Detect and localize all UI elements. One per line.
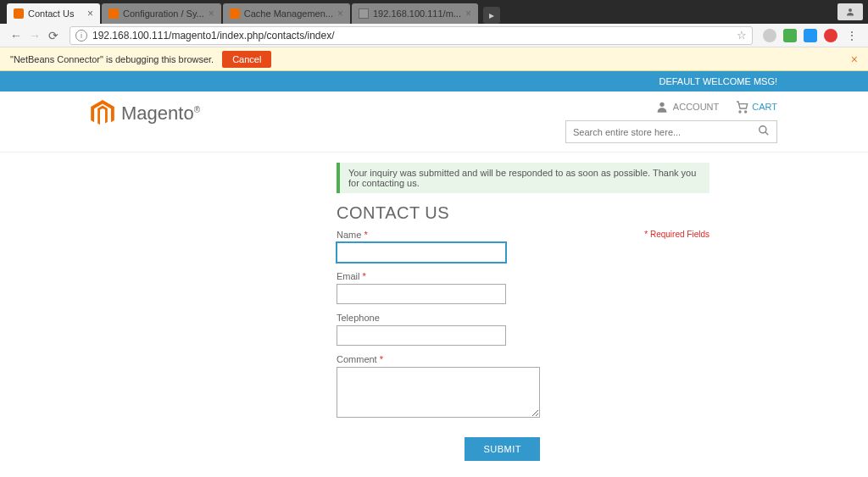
debug-notification-bar: "NetBeans Connector" is debugging this b… — [0, 47, 868, 71]
url-input[interactable]: i 192.168.100.111/magento1/index.php/con… — [70, 26, 753, 45]
extension-icon[interactable] — [783, 29, 797, 42]
page-header: Magento® ACCOUNT CART — [0, 92, 868, 153]
browser-tab-2[interactable]: Cache Managemen... × — [223, 3, 350, 24]
reload-button[interactable]: ⟳ — [44, 26, 63, 45]
extension-icon[interactable] — [804, 29, 817, 42]
header-links: ACCOUNT CART — [655, 100, 777, 114]
search-box[interactable] — [565, 120, 777, 143]
favicon-icon — [108, 8, 119, 19]
tab-title: 192.168.100.111/m... — [373, 8, 461, 19]
cart-icon — [734, 100, 748, 114]
svg-point-4 — [760, 126, 766, 133]
account-label: ACCOUNT — [673, 102, 719, 112]
cancel-button[interactable]: Cancel — [222, 51, 271, 68]
site-info-icon[interactable]: i — [75, 30, 87, 42]
tab-close-icon[interactable]: × — [87, 8, 93, 19]
new-tab-button[interactable]: ▸ — [483, 7, 500, 24]
cart-link[interactable]: CART — [734, 100, 777, 114]
url-text: 192.168.100.111/magento1/index.php/conta… — [92, 30, 737, 42]
cart-label: CART — [752, 102, 777, 112]
svg-point-2 — [739, 111, 741, 113]
svg-point-3 — [745, 111, 747, 113]
browser-tab-0[interactable]: Contact Us × — [7, 3, 100, 24]
logo[interactable]: Magento® — [91, 100, 200, 127]
browser-address-bar: ← → ⟳ i 192.168.100.111/magento1/index.p… — [0, 24, 868, 47]
logo-icon — [91, 100, 114, 127]
tab-title: Configuration / Sy... — [123, 8, 204, 19]
favicon-icon — [14, 8, 24, 19]
debug-message: "NetBeans Connector" is debugging this b… — [10, 54, 214, 64]
browser-menu-icon[interactable]: ⋮ — [843, 29, 861, 42]
required-fields-note: * Required Fields — [644, 230, 709, 239]
tab-strip: Contact Us × Configuration / Sy... × Cac… — [0, 0, 500, 24]
telephone-input[interactable] — [337, 325, 506, 346]
account-link[interactable]: ACCOUNT — [655, 100, 719, 114]
browser-tab-3[interactable]: 192.168.100.111/m... × — [352, 3, 478, 24]
extension-icons — [758, 29, 843, 42]
close-icon[interactable]: × — [851, 53, 858, 66]
submit-button[interactable]: SUBMIT — [465, 437, 540, 461]
svg-point-1 — [659, 103, 664, 107]
browser-tab-bar: Contact Us × Configuration / Sy... × Cac… — [0, 0, 868, 24]
search-icon[interactable] — [758, 125, 770, 139]
tab-close-icon[interactable]: × — [209, 8, 214, 19]
tab-close-icon[interactable]: × — [465, 8, 471, 19]
back-button[interactable]: ← — [7, 26, 25, 45]
tab-title: Contact Us — [28, 8, 83, 19]
comment-label: Comment * — [337, 354, 540, 364]
welcome-text: DEFAULT WELCOME MSG! — [659, 76, 777, 86]
tab-close-icon[interactable]: × — [337, 8, 343, 19]
favicon-icon — [359, 8, 369, 19]
success-message: Your inquiry was submitted and will be r… — [337, 163, 709, 193]
name-label: Name * — [337, 230, 506, 240]
page-title: CONTACT US — [337, 203, 709, 223]
name-input[interactable] — [337, 242, 506, 263]
email-input[interactable] — [337, 284, 506, 304]
tab-title: Cache Managemen... — [244, 8, 333, 19]
browser-tab-1[interactable]: Configuration / Sy... × — [102, 3, 221, 24]
logo-text: Magento® — [121, 103, 200, 125]
email-label: Email * — [337, 271, 506, 281]
browser-user-icon[interactable] — [837, 3, 863, 20]
telephone-label: Telephone — [337, 313, 506, 323]
person-icon — [655, 100, 669, 114]
forward-button[interactable]: → — [25, 26, 44, 45]
extension-icon[interactable] — [824, 29, 837, 42]
bookmark-icon[interactable]: ☆ — [737, 29, 747, 42]
comment-textarea[interactable] — [337, 367, 540, 418]
svg-point-0 — [849, 8, 852, 12]
extension-icon[interactable] — [763, 29, 776, 42]
contact-form: Name * Email * Telephone Comment * SUBMI… — [337, 230, 506, 461]
search-input[interactable] — [573, 127, 758, 137]
welcome-bar: DEFAULT WELCOME MSG! — [0, 71, 868, 92]
main-content: Your inquiry was submitted and will be r… — [328, 163, 718, 461]
favicon-icon — [230, 8, 240, 19]
